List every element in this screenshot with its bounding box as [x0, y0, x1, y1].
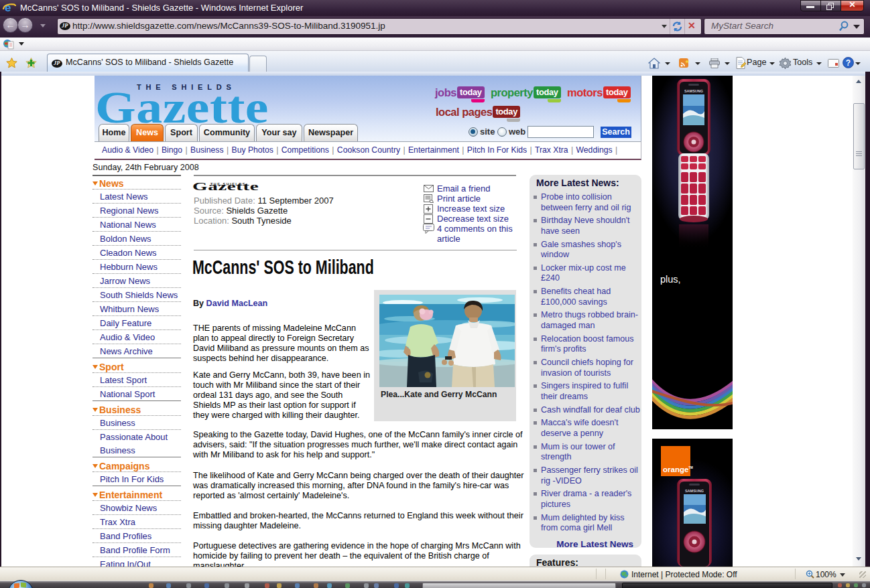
svg-text:SAMSUNG: SAMSUNG	[685, 489, 704, 493]
svg-text:?: ?	[846, 58, 851, 68]
svg-text:e: e	[5, 1, 11, 14]
svg-text:SAMSUNG: SAMSUNG	[684, 89, 703, 93]
